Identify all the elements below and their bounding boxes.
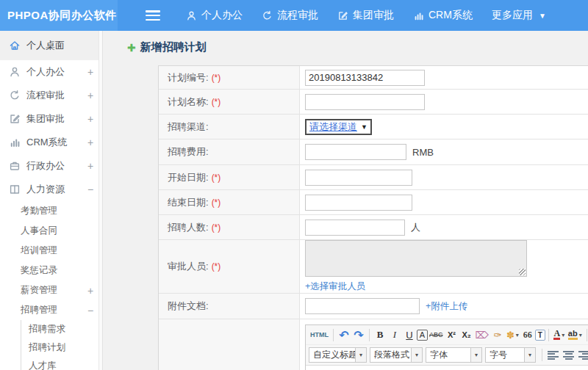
- collapse-icon[interactable]: −: [86, 305, 95, 316]
- expand-icon[interactable]: +: [86, 137, 95, 148]
- form-row-start-date: 开始日期: (*): [159, 165, 588, 190]
- sidebar-item-attendance[interactable]: 考勤管理: [0, 201, 102, 221]
- expand-icon[interactable]: +: [86, 285, 95, 297]
- form-row-end-date: 结束日期: (*): [159, 190, 588, 215]
- field-label: 计划编号: (*): [159, 66, 300, 89]
- undo-icon[interactable]: ↶: [337, 327, 351, 343]
- html-source-button[interactable]: HTML: [309, 327, 330, 343]
- bar-chart-icon: [413, 10, 424, 21]
- collapse-icon[interactable]: −: [86, 184, 95, 195]
- form-row-plan-no: 计划编号: (*): [159, 66, 588, 90]
- attachment-input[interactable]: [305, 298, 420, 314]
- underline-button[interactable]: U: [402, 327, 417, 343]
- hr-submenu: 考勤管理 人事合同 培训管理 奖惩记录 薪资管理 + 招聘管理 − 招聘需求 招…: [0, 201, 102, 370]
- paste-as-text-icon[interactable]: T: [535, 330, 545, 341]
- topnav-more-apps[interactable]: 更多应用 ▼: [482, 0, 556, 31]
- quick-format-icon[interactable]: ✽ ▾: [505, 327, 520, 343]
- highlight-color-button[interactable]: ab ▾: [567, 327, 584, 343]
- align-left-icon[interactable]: [548, 351, 559, 360]
- remove-format-icon[interactable]: ⌦: [474, 327, 490, 343]
- font-size-dropdown[interactable]: 字号 ▾: [485, 347, 536, 363]
- user-icon: [186, 10, 197, 21]
- dropdown-value: 段落格式: [370, 349, 411, 361]
- italic-button[interactable]: I: [387, 327, 402, 343]
- expand-icon[interactable]: +: [86, 160, 95, 172]
- field-label: 附件文档:: [159, 294, 300, 319]
- flow-icon: [9, 90, 21, 101]
- strikethrough-button[interactable]: ABC: [428, 327, 445, 343]
- editor-toolbar-row2: 自定义标题 ▾ 段落格式 ▾ 字体 ▾ 字号 ▾: [306, 345, 588, 366]
- sidebar-item-recruit-demand[interactable]: 招聘需求: [21, 320, 102, 338]
- sidebar-item-admin-office[interactable]: 行政办公 +: [0, 154, 102, 178]
- chevron-down-icon: ▾: [411, 348, 422, 362]
- format-brush-icon[interactable]: ✑: [490, 327, 505, 343]
- subscript-button[interactable]: X₂: [459, 327, 474, 343]
- label-text: 招聘费用:: [168, 145, 209, 159]
- chevron-down-icon: ▾: [516, 332, 519, 338]
- sidebar-item-human-resources[interactable]: 人力资源 −: [0, 178, 102, 201]
- paragraph-format-dropdown[interactable]: 段落格式 ▾: [370, 347, 423, 363]
- topnav-crm-system[interactable]: CRM系统: [404, 0, 482, 31]
- headcount-input[interactable]: [305, 220, 405, 236]
- sidebar-item-label: 招聘管理: [21, 304, 86, 316]
- sidebar-item-label: 行政办公: [26, 159, 86, 173]
- form-row-plan-name: 计划名称: (*): [159, 90, 588, 115]
- fee-input[interactable]: [305, 144, 406, 160]
- editor-content-area[interactable]: [306, 366, 588, 370]
- font-family-dropdown[interactable]: 字体 ▾: [426, 347, 482, 363]
- end-date-input[interactable]: [305, 195, 412, 211]
- align-center-icon[interactable]: [563, 351, 574, 360]
- form-row-attachment: 附件文档: +附件上传: [159, 294, 588, 319]
- expand-icon[interactable]: +: [86, 90, 95, 101]
- sidebar-item-hr-contract[interactable]: 人事合同: [0, 221, 102, 241]
- sidebar-item-recruit-plan[interactable]: 招聘计划: [21, 338, 102, 357]
- sidebar-item-label: 培训管理: [21, 244, 95, 257]
- channel-select[interactable]: 请选择渠道 ▼: [305, 119, 372, 135]
- sidebar-item-desktop[interactable]: 个人桌面: [0, 31, 102, 60]
- sidebar-item-crm-system[interactable]: CRM系统 +: [0, 131, 102, 154]
- sidebar-item-talent-pool[interactable]: 人才库: [21, 357, 102, 370]
- field-label: 招聘渠道:: [159, 115, 300, 139]
- choose-approver-link[interactable]: +选择审批人员: [305, 280, 365, 293]
- field-label-empty: [159, 319, 300, 370]
- label-text: 招聘渠道:: [168, 120, 209, 134]
- blockquote-button[interactable]: 66: [520, 327, 535, 343]
- font-border-button[interactable]: A: [417, 330, 428, 341]
- plan-name-input[interactable]: [305, 94, 425, 110]
- font-color-button[interactable]: A ▾: [552, 327, 567, 343]
- sidebar-item-group-approval[interactable]: 集团审批 +: [0, 107, 102, 131]
- topnav-workflow-approval[interactable]: 流程审批: [252, 0, 328, 31]
- dropdown-value: 字体: [426, 349, 470, 361]
- sidebar-item-label: 奖惩记录: [21, 264, 95, 277]
- expand-icon[interactable]: +: [86, 113, 95, 125]
- custom-heading-dropdown[interactable]: 自定义标题 ▾: [309, 347, 367, 363]
- form-row-fee: 招聘费用: RMB: [159, 139, 588, 165]
- superscript-button[interactable]: X²: [445, 327, 459, 343]
- upload-attachment-link[interactable]: +附件上传: [426, 300, 467, 313]
- sidebar-item-recruit-manage[interactable]: 招聘管理 −: [0, 300, 102, 320]
- sidebar-item-label: 考勤管理: [21, 205, 95, 217]
- label-text: 附件文档:: [168, 300, 209, 313]
- start-date-input[interactable]: [305, 170, 412, 186]
- plan-no-input[interactable]: [305, 70, 425, 86]
- redo-icon[interactable]: ↷: [351, 327, 366, 343]
- field-label: 结束日期: (*): [159, 190, 300, 214]
- sidebar-item-salary[interactable]: 薪资管理 +: [0, 280, 102, 300]
- sidebar-item-rewards[interactable]: 奖惩记录: [0, 261, 102, 280]
- sidebar-item-personal-office[interactable]: 个人办公 +: [0, 60, 102, 84]
- sidebar-scrollbar[interactable]: [98, 31, 102, 370]
- topnav-personal-office[interactable]: 个人办公: [176, 0, 252, 31]
- bar-chart-icon: [9, 137, 21, 148]
- menu-toggle-icon[interactable]: [146, 10, 160, 21]
- expand-icon[interactable]: +: [86, 66, 95, 78]
- sidebar-item-workflow-approval[interactable]: 流程审批 +: [0, 84, 102, 107]
- top-menu: 个人办公 流程审批 集团审批 CRM系统 更多应用 ▼: [176, 0, 556, 31]
- form-row-editor: HTML ↶ ↷ B I U A ABC X² X₂ ⌦ ✑: [159, 319, 588, 370]
- sidebar-item-training[interactable]: 培训管理: [0, 241, 102, 261]
- chevron-down-icon: ▼: [539, 12, 546, 20]
- topnav-group-approval[interactable]: 集团审批: [328, 0, 404, 31]
- align-right-icon[interactable]: [578, 351, 588, 360]
- approver-textarea[interactable]: [305, 240, 527, 277]
- chevron-down-icon: ▾: [355, 348, 366, 362]
- bold-button[interactable]: B: [373, 327, 387, 343]
